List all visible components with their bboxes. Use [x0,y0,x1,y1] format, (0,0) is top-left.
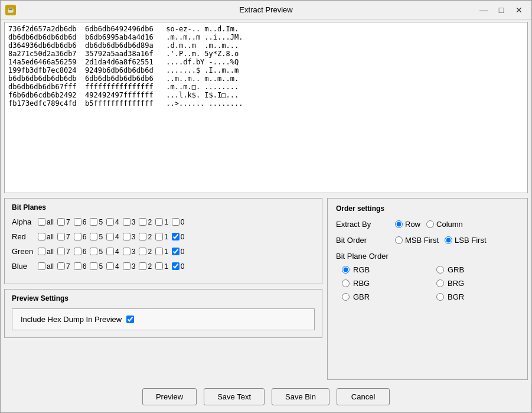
checkbox-red-6[interactable] [74,233,81,240]
bit-item-blue-4[interactable]: 4 [106,262,119,271]
bit-item-green-1[interactable]: 1 [155,248,168,256]
extract-by-row-option[interactable]: Row [395,220,420,229]
checkbox-red-3[interactable] [123,233,130,240]
label-blue-6: 6 [83,262,87,271]
checkbox-green-7[interactable] [57,248,65,255]
label-alpha-0: 0 [181,218,185,226]
checkbox-alpha-3[interactable] [123,218,130,226]
checkbox-blue-7[interactable] [57,262,65,270]
bit-item-alpha-4[interactable]: 4 [106,218,119,226]
bit-item-green-7[interactable]: 7 [57,248,70,256]
bit-item-alpha-all[interactable]: all [38,218,54,226]
bit-item-red-6[interactable]: 6 [74,233,87,241]
brg-option[interactable]: BRG [436,279,519,288]
preview-button[interactable]: Preview [142,388,197,405]
label-blue-4: 4 [115,262,119,271]
checkbox-red-2[interactable] [139,233,146,240]
bit-item-alpha-1[interactable]: 1 [155,218,168,226]
bit-item-green-0[interactable]: 0 [172,248,185,256]
checkbox-blue-6[interactable] [74,262,81,270]
checkbox-green-3[interactable] [123,248,130,255]
minimize-button[interactable]: — [476,4,491,16]
checkbox-alpha-5[interactable] [90,218,97,226]
extract-by-row: Extract By Row Column [336,220,519,229]
button-bar: Preview Save Text Save Bin Cancel [1,382,531,412]
bit-item-green-6[interactable]: 6 [74,248,87,256]
bit-item-red-all[interactable]: all [38,233,54,241]
checkbox-red-7[interactable] [57,233,65,240]
bit-item-blue-0[interactable]: 0 [172,262,185,271]
include-hex-label: Include Hex Dump In Preview [21,315,122,324]
checkbox-blue-2[interactable] [139,262,146,270]
checkbox-alpha-7[interactable] [57,218,65,226]
bit-item-red-5[interactable]: 5 [90,233,103,241]
bit-item-red-3[interactable]: 3 [123,233,136,241]
bit-item-red-2[interactable]: 2 [139,233,152,241]
maximize-button[interactable]: □ [494,4,509,16]
checkbox-green-6[interactable] [74,248,81,255]
checkbox-blue-all[interactable] [38,262,45,270]
bit-item-green-3[interactable]: 3 [123,248,136,256]
checkbox-green-4[interactable] [106,248,114,255]
checkbox-green-all[interactable] [38,248,45,255]
save-text-button[interactable]: Save Text [204,388,265,405]
checkbox-alpha-0[interactable] [172,218,179,226]
checkbox-blue-0[interactable] [172,262,179,270]
checkbox-green-2[interactable] [139,248,146,255]
bit-item-alpha-5[interactable]: 5 [90,218,103,226]
include-hex-checkbox[interactable] [126,316,134,323]
bit-item-alpha-0[interactable]: 0 [172,218,185,226]
grb-option[interactable]: GRB [436,265,519,274]
preview-text-area[interactable]: 736f2d657a2db6db 6db6db6492496db6 so-ez-… [4,22,528,193]
bit-item-alpha-6[interactable]: 6 [74,218,87,226]
bgr-option[interactable]: BGR [436,292,519,301]
gbr-option[interactable]: GBR [342,292,425,301]
bit-item-alpha-3[interactable]: 3 [123,218,136,226]
checkbox-alpha-1[interactable] [155,218,163,226]
bit-item-blue-5[interactable]: 5 [90,262,103,271]
checkbox-red-5[interactable] [90,233,97,240]
bit-item-green-5[interactable]: 5 [90,248,103,256]
bit-item-green-4[interactable]: 4 [106,248,119,256]
bit-item-blue-3[interactable]: 3 [123,262,136,271]
bit-row-label-red: Red [12,232,35,241]
bit-item-green-all[interactable]: all [38,248,54,256]
app-icon: ☕ [5,5,16,15]
lsb-first-option[interactable]: LSB First [445,236,486,245]
bit-item-red-1[interactable]: 1 [155,233,168,241]
checkbox-alpha-all[interactable] [38,218,45,226]
bit-item-blue-6[interactable]: 6 [74,262,87,271]
bit-item-blue-2[interactable]: 2 [139,262,152,271]
label-red-4: 4 [115,233,119,241]
bit-item-blue-all[interactable]: all [38,262,54,271]
checkbox-blue-1[interactable] [155,262,163,270]
bit-item-alpha-7[interactable]: 7 [57,218,70,226]
close-button[interactable]: ✕ [511,4,527,16]
checkbox-red-4[interactable] [106,233,114,240]
checkbox-blue-5[interactable] [90,262,97,270]
msb-first-option[interactable]: MSB First [395,236,439,245]
bit-item-blue-1[interactable]: 1 [155,262,168,271]
bit-item-blue-7[interactable]: 7 [57,262,70,271]
bit-item-red-7[interactable]: 7 [57,233,70,241]
bit-item-alpha-2[interactable]: 2 [139,218,152,226]
rgb-option[interactable]: RGB [342,265,425,274]
bit-item-green-2[interactable]: 2 [139,248,152,256]
bit-item-red-0[interactable]: 0 [172,233,185,241]
save-bin-button[interactable]: Save Bin [272,388,329,405]
checkbox-green-1[interactable] [155,248,163,255]
extract-by-column-option[interactable]: Column [426,220,463,229]
bit-item-red-4[interactable]: 4 [106,233,119,241]
checkbox-red-all[interactable] [38,233,45,240]
checkbox-alpha-4[interactable] [106,218,114,226]
checkbox-blue-3[interactable] [123,262,130,270]
rbg-option[interactable]: RBG [342,279,425,288]
checkbox-red-0[interactable] [172,233,179,240]
checkbox-green-0[interactable] [172,248,179,255]
checkbox-green-5[interactable] [90,248,97,255]
checkbox-blue-4[interactable] [106,262,114,270]
checkbox-red-1[interactable] [155,233,163,240]
cancel-button[interactable]: Cancel [337,388,390,405]
checkbox-alpha-6[interactable] [74,218,81,226]
checkbox-alpha-2[interactable] [139,218,146,226]
